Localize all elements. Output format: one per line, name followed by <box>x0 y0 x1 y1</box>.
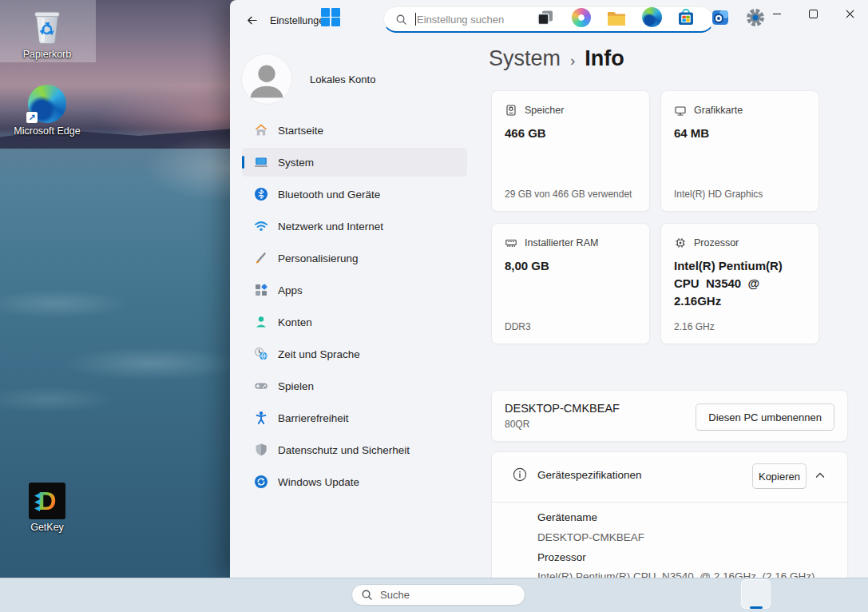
getkey-icon: D <box>0 478 94 519</box>
hero-card-grafikkarte[interactable]: Grafikkarte 64 MB Intel(R) HD Graphics <box>660 90 819 212</box>
desktop-icon-recycle-bin[interactable]: Papierkorb <box>0 5 94 60</box>
sidebar-item-personalisierung[interactable]: Personalisierung <box>242 244 467 272</box>
spec-card-title: Gerätespezifikationen <box>537 469 642 481</box>
back-arrow-icon <box>246 14 258 26</box>
copilot-button[interactable] <box>565 2 597 33</box>
spec-row-label: Prozessor <box>537 551 586 563</box>
active-app-indicator <box>750 606 763 609</box>
device-name-card: DESKTOP-CMKBEAF 80QR Diesen PC umbenenne… <box>491 390 848 442</box>
taskbar-search-placeholder: Suche <box>380 589 410 601</box>
active-app-background <box>741 579 771 609</box>
search-placeholder: Einstellung suchen <box>417 14 504 26</box>
hero-card-value: Intel(R) Pentium(R) CPU N3540 @ 2.16GHz <box>674 257 806 310</box>
close-icon <box>846 10 854 18</box>
hero-card-installierter-ram[interactable]: Installierter RAM 8,00 GB DDR3 <box>491 223 650 344</box>
processor-icon <box>674 236 687 249</box>
microsoft-store-icon <box>676 8 696 27</box>
microsoft-store-button[interactable] <box>670 2 702 33</box>
outlook-button[interactable] <box>704 2 736 33</box>
spec-row-label: Gerätename <box>537 511 597 523</box>
desktop-icon-microsoft-edge[interactable]: ↗ Microsoft Edge <box>0 81 94 137</box>
edge-button[interactable] <box>636 2 668 33</box>
sidebar-item-bluetooth-und-geraete[interactable]: Bluetooth und Geräte <box>242 180 467 209</box>
copy-button[interactable]: Kopieren <box>752 463 807 489</box>
file-explorer-icon <box>606 8 627 27</box>
hero-card-detail: 2.16 GHz <box>674 321 715 332</box>
page-title: Info <box>585 46 624 71</box>
outlook-icon <box>711 8 730 27</box>
device-model: 80QR <box>505 419 529 430</box>
sidebar-item-spielen[interactable]: Spielen <box>242 372 467 400</box>
hero-card-detail: DDR3 <box>505 321 531 332</box>
sidebar-item-konten[interactable]: Konten <box>242 308 467 336</box>
divider <box>492 502 847 503</box>
settings-icon <box>745 7 766 28</box>
sidebar-nav: Startseite System Bluetooth und Geräte <box>242 116 467 499</box>
sidebar-item-windows-update[interactable]: Windows Update <box>242 467 467 496</box>
settings-window: Einstellungen Einstellung suchen Lokales… <box>230 0 868 578</box>
copilot-icon <box>572 8 591 27</box>
sidebar-item-apps[interactable]: Apps <box>242 276 467 304</box>
windows-start-icon <box>321 8 340 27</box>
text-caret <box>415 13 416 26</box>
bluetooth-icon <box>254 187 268 201</box>
desktop-icon-label: Microsoft Edge <box>0 125 94 137</box>
sidebar-item-datenschutz-und-sicherheit[interactable]: Datenschutz und Sicherheit <box>242 435 467 464</box>
recycle-bin-icon <box>0 5 94 46</box>
search-icon <box>361 589 373 601</box>
hero-card-value: 8,00 GB <box>505 257 636 275</box>
hero-card-detail: 29 GB von 466 GB verwendet <box>505 189 632 200</box>
back-button[interactable] <box>243 11 260 29</box>
edge-icon: ↗ <box>0 81 94 123</box>
edge-icon <box>642 7 662 27</box>
sidebar-item-system[interactable]: System <box>242 148 467 177</box>
breadcrumb: System › Info <box>489 46 624 71</box>
hero-card-value: 466 GB <box>505 125 636 142</box>
time-language-icon <box>254 347 268 361</box>
hero-card-detail: Intel(R) HD Graphics <box>674 189 763 200</box>
storage-icon <box>505 104 517 117</box>
selected-indicator <box>242 156 244 169</box>
settings-taskbar-button[interactable] <box>739 2 771 33</box>
network-icon <box>254 219 268 233</box>
personalization-icon <box>254 251 268 265</box>
chevron-up-icon[interactable] <box>814 469 826 482</box>
sidebar-item-zeit-und-sprache[interactable]: Zeit und Sprache <box>242 340 467 368</box>
hero-card-prozessor[interactable]: Prozessor Intel(R) Pentium(R) CPU N3540 … <box>660 223 819 344</box>
breadcrumb-separator: › <box>570 52 575 70</box>
privacy-icon <box>254 443 268 457</box>
desktop-icon-label: Papierkorb <box>0 49 94 60</box>
apps-icon <box>254 283 268 297</box>
breadcrumb-parent[interactable]: System <box>489 46 561 71</box>
rename-pc-button[interactable]: Diesen PC umbenennen <box>696 403 834 431</box>
device-specifications-card: Gerätespezifikationen Kopieren Gerätenam… <box>491 451 848 578</box>
taskbar-search-input[interactable]: Suche <box>351 584 525 606</box>
info-icon <box>513 467 527 482</box>
windows-update-icon <box>254 475 268 489</box>
accessibility-icon <box>254 411 268 425</box>
sidebar-item-barrierefreiheit[interactable]: Barrierefreiheit <box>242 403 467 432</box>
desktop-icon-getkey[interactable]: D GetKey <box>0 478 94 533</box>
gaming-icon <box>254 379 268 393</box>
person-avatar-icon <box>241 54 292 105</box>
system-icon <box>254 155 268 169</box>
sidebar-item-startseite[interactable]: Startseite <box>242 116 467 145</box>
ram-icon <box>505 236 517 249</box>
maximize-icon <box>809 10 818 18</box>
file-explorer-button[interactable] <box>600 2 632 33</box>
start-button[interactable] <box>315 2 347 33</box>
maximize-button[interactable] <box>795 0 831 27</box>
desktop-icon-label: GetKey <box>0 522 94 533</box>
home-icon <box>254 123 268 137</box>
sidebar-item-netzwerk-und-internet[interactable]: Netzwerk und Internet <box>242 212 467 240</box>
task-view-button[interactable] <box>529 2 561 33</box>
task-view-icon <box>536 8 555 27</box>
device-name: DESKTOP-CMKBEAF <box>505 402 620 415</box>
hero-card-value: 64 MB <box>674 125 806 142</box>
graphics-card-icon <box>674 104 687 117</box>
account-section[interactable]: Lokales Konto <box>241 54 375 105</box>
minimize-icon <box>773 14 781 14</box>
hero-card-speicher[interactable]: Speicher 466 GB 29 GB von 466 GB verwend… <box>491 90 650 212</box>
close-button[interactable] <box>832 0 868 27</box>
spec-row-value: DESKTOP-CMKBEAF <box>537 531 644 543</box>
